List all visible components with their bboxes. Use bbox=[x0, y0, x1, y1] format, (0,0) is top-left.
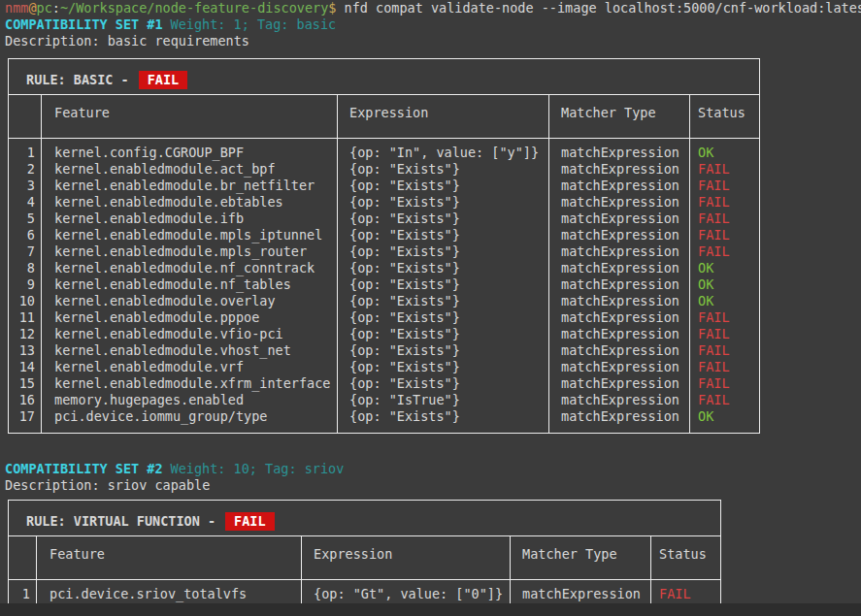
column-header-row: Feature Expression Matcher Type Status bbox=[9, 536, 721, 580]
column-header-index bbox=[9, 536, 37, 580]
status-cell: FAIL bbox=[690, 243, 760, 260]
num-cell: 6 bbox=[9, 227, 42, 243]
num-cell: 16 bbox=[9, 392, 42, 408]
table-body: 1kernel.config.CGROUP_BPF{op: "In", valu… bbox=[9, 139, 760, 434]
matcher-cell: matchExpression bbox=[549, 243, 690, 260]
section-title: COMPATIBILITY SET #1 bbox=[5, 16, 163, 32]
num-cell: 10 bbox=[9, 293, 42, 309]
num-cell: 4 bbox=[9, 194, 42, 211]
matcher-cell: matchExpression bbox=[549, 342, 690, 359]
matcher-cell: matchExpression bbox=[549, 293, 690, 309]
expr-cell: {op: "Exists"} bbox=[338, 194, 549, 211]
status-cell: OK bbox=[690, 276, 760, 293]
section-description: Description: basic requirements bbox=[0, 33, 861, 49]
num-cell: 5 bbox=[9, 211, 42, 227]
feature-cell: kernel.config.CGROUP_BPF bbox=[42, 139, 338, 162]
status-cell: FAIL bbox=[690, 211, 760, 227]
feature-cell: kernel.enabledmodule.br_netfilter bbox=[42, 178, 338, 194]
prompt-command: nfd compat validate-node --image localho… bbox=[336, 0, 861, 16]
status-cell: OK bbox=[690, 408, 760, 434]
rule-header-cell: RULE: BASIC -FAIL bbox=[9, 59, 760, 95]
column-header-status: Status bbox=[651, 536, 721, 580]
compatibility-set-1: COMPATIBILITY SET #1Weight: 1; Tag: basi… bbox=[0, 16, 861, 434]
section-title: COMPATIBILITY SET #2 bbox=[5, 461, 163, 476]
num-cell: 1 bbox=[9, 139, 42, 162]
num-cell: 1 bbox=[9, 580, 37, 603]
status-cell: FAIL bbox=[690, 375, 760, 392]
feature-cell: kernel.enabledmodule.pppoe bbox=[42, 309, 338, 326]
column-header-index bbox=[9, 95, 42, 139]
matcher-cell: matchExpression bbox=[549, 161, 690, 178]
table-row: 5kernel.enabledmodule.ifb{op: "Exists"}m… bbox=[9, 211, 760, 227]
table-row: 15kernel.enabledmodule.xfrm_interface{op… bbox=[9, 375, 760, 392]
table-row: 1pci.device.sriov_totalvfs{op: "Gt", val… bbox=[9, 580, 721, 603]
terminal-bottom-edge bbox=[0, 603, 861, 616]
expr-cell: {op: "Exists"} bbox=[338, 260, 549, 276]
status-cell: FAIL bbox=[690, 161, 760, 178]
table-row: 7kernel.enabledmodule.mpls_router{op: "E… bbox=[9, 243, 760, 260]
table-row: 10kernel.enabledmodule.overlay{op: "Exis… bbox=[9, 293, 760, 309]
expr-cell: {op: "Exists"} bbox=[338, 178, 549, 194]
num-cell: 15 bbox=[9, 375, 42, 392]
feature-cell: kernel.enabledmodule.nf_conntrack bbox=[42, 260, 338, 276]
column-header-feature: Feature bbox=[42, 95, 338, 139]
matcher-cell: matchExpression bbox=[549, 139, 690, 162]
section-description: Description: sriov capable bbox=[0, 477, 861, 494]
status-cell: OK bbox=[690, 139, 760, 162]
feature-cell: kernel.enabledmodule.ifb bbox=[42, 211, 338, 227]
column-header-row: Feature Expression Matcher Type Status bbox=[9, 95, 760, 139]
num-cell: 13 bbox=[9, 342, 42, 359]
column-header-expression: Expression bbox=[338, 95, 549, 139]
expr-cell: {op: "Exists"} bbox=[338, 359, 549, 375]
column-header-status: Status bbox=[690, 95, 760, 139]
rule-label: RULE: BASIC - bbox=[26, 72, 129, 87]
prompt-host: pc bbox=[37, 0, 52, 16]
matcher-cell: matchExpression bbox=[549, 392, 690, 408]
status-cell: FAIL bbox=[690, 194, 760, 211]
feature-cell: kernel.enabledmodule.xfrm_interface bbox=[42, 375, 338, 392]
matcher-cell: matchExpression bbox=[549, 260, 690, 276]
feature-cell: kernel.enabledmodule.overlay bbox=[42, 293, 338, 309]
table-row: 13kernel.enabledmodule.vhost_net{op: "Ex… bbox=[9, 342, 760, 359]
feature-cell: memory.hugepages.enabled bbox=[42, 392, 338, 408]
status-cell: OK bbox=[690, 293, 760, 309]
expr-cell: {op: "Exists"} bbox=[338, 211, 549, 227]
matcher-cell: matchExpression bbox=[549, 276, 690, 293]
table-row: 8kernel.enabledmodule.nf_conntrack{op: "… bbox=[9, 260, 760, 276]
table-row: 14kernel.enabledmodule.vrf{op: "Exists"}… bbox=[9, 359, 760, 375]
rule-label: RULE: VIRTUAL FUNCTION - bbox=[26, 513, 215, 529]
feature-cell: kernel.enabledmodule.mpls_iptunnel bbox=[42, 227, 338, 243]
num-cell: 7 bbox=[9, 243, 42, 260]
expr-cell: {op: "Gt", value: ["0"]} bbox=[302, 580, 511, 603]
section-heading: COMPATIBILITY SET #2Weight: 10; Tag: sri… bbox=[0, 461, 861, 477]
rule-header-row: RULE: VIRTUAL FUNCTION -FAIL bbox=[9, 501, 721, 536]
rule-status-badge: FAIL bbox=[139, 71, 188, 89]
prompt-user: nmm bbox=[5, 0, 28, 16]
num-cell: 11 bbox=[9, 309, 42, 326]
prompt-path: ~/Workspace/node-feature-discovery bbox=[60, 0, 328, 16]
table-row: 1kernel.config.CGROUP_BPF{op: "In", valu… bbox=[9, 139, 760, 162]
expr-cell: {op: "Exists"} bbox=[338, 161, 549, 178]
rule-status-badge: FAIL bbox=[225, 512, 275, 531]
matcher-cell: matchExpression bbox=[549, 408, 690, 434]
num-cell: 9 bbox=[9, 276, 42, 293]
terminal-window[interactable]: nmm@pc:~/Workspace/node-feature-discover… bbox=[0, 0, 861, 616]
num-cell: 3 bbox=[9, 178, 42, 194]
feature-cell: pci.device.sriov_totalvfs bbox=[37, 580, 302, 603]
table-row: 3kernel.enabledmodule.br_netfilter{op: "… bbox=[9, 178, 760, 194]
table-row: 16memory.hugepages.enabled{op: "IsTrue"}… bbox=[9, 392, 760, 408]
expr-cell: {op: "Exists"} bbox=[338, 227, 549, 243]
table-row: 6kernel.enabledmodule.mpls_iptunnel{op: … bbox=[9, 227, 760, 243]
rule-header-cell: RULE: VIRTUAL FUNCTION -FAIL bbox=[9, 501, 721, 536]
column-header-expression: Expression bbox=[302, 536, 511, 580]
matcher-cell: matchExpression bbox=[549, 359, 690, 375]
expr-cell: {op: "Exists"} bbox=[338, 408, 549, 434]
matcher-cell: matchExpression bbox=[549, 211, 690, 227]
expr-cell: {op: "IsTrue"} bbox=[338, 392, 549, 408]
expr-cell: {op: "Exists"} bbox=[338, 326, 549, 342]
num-cell: 17 bbox=[9, 408, 42, 434]
feature-cell: kernel.enabledmodule.ebtables bbox=[42, 194, 338, 211]
status-cell: FAIL bbox=[651, 580, 721, 603]
table-row: 4kernel.enabledmodule.ebtables{op: "Exis… bbox=[9, 194, 760, 211]
column-header-matcher-type: Matcher Type bbox=[511, 536, 651, 580]
